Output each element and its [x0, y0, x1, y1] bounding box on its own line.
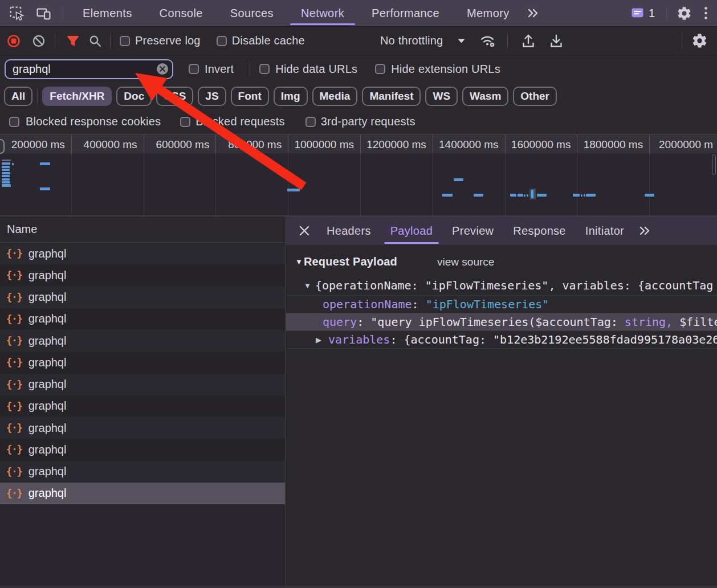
chip-css[interactable]: CSS: [156, 87, 193, 106]
chip-font[interactable]: Font: [231, 87, 269, 106]
payload-value-segment: "query ipFlowTimeseries($accountTag:: [370, 315, 625, 329]
tab-memory[interactable]: Memory: [453, 0, 523, 26]
issues-badge[interactable]: 1: [632, 7, 655, 20]
invert-checkbox[interactable]: [189, 64, 199, 74]
filter-input[interactable]: graphql: [5, 59, 173, 79]
request-row[interactable]: {·}graphql: [0, 287, 285, 308]
network-split-view: Name {·}graphql{·}graphql{·}graphql{·}gr…: [0, 217, 717, 588]
settings-gear-icon[interactable]: [677, 6, 692, 21]
network-overview-timeline[interactable]: 200000 ms400000 ms600000 ms800000 ms1000…: [0, 134, 717, 217]
payload-row[interactable]: ▶variables: {accountTag: "b12e3b2192ee55…: [286, 331, 717, 349]
filter-icon[interactable]: [67, 35, 79, 47]
timeline-request-bar: [645, 194, 654, 197]
network-toolbar: Preserve log Disable cache No throttling: [0, 27, 717, 55]
payload-preview-text: {operationName: "ipFlowTimeseries", vari…: [315, 279, 713, 292]
request-row[interactable]: {·}graphql: [0, 439, 285, 460]
import-har-icon[interactable]: [522, 34, 535, 48]
request-row[interactable]: {·}graphql: [0, 308, 285, 330]
tab-performance[interactable]: Performance: [358, 0, 453, 26]
request-row[interactable]: {·}graphql: [0, 417, 285, 439]
payload-row[interactable]: query: "query ipFlowTimeseries($accountT…: [286, 313, 717, 331]
timeline-request-bar: [2, 175, 10, 177]
name-column-header[interactable]: Name: [0, 217, 285, 243]
hide-data-urls-label: Hide data URLs: [275, 63, 357, 76]
request-name: graphql: [28, 422, 67, 435]
tab-console[interactable]: Console: [146, 0, 217, 26]
third-party-checkbox[interactable]: [305, 117, 316, 127]
chevron-down-icon[interactable]: [458, 39, 465, 43]
chip-fetch-xhr[interactable]: Fetch/XHR: [42, 87, 112, 106]
hide-extension-urls-checkbox[interactable]: [375, 64, 385, 74]
request-row[interactable]: {·}graphql: [0, 264, 285, 286]
chip-other[interactable]: Other: [513, 87, 557, 106]
inspect-element-icon[interactable]: [9, 6, 25, 21]
close-detail-icon[interactable]: [295, 222, 313, 240]
timeline-request-bar: [573, 194, 580, 197]
detail-tab-response[interactable]: Response: [503, 217, 575, 245]
request-name: graphql: [28, 443, 67, 456]
third-party-label: 3rd-party requests: [321, 115, 415, 128]
detail-tab-preview[interactable]: Preview: [442, 217, 503, 245]
network-settings-gear-icon[interactable]: [691, 32, 708, 49]
throttling-select[interactable]: No throttling: [380, 34, 443, 47]
request-row[interactable]: {·}graphql: [0, 461, 285, 483]
chip-media[interactable]: Media: [312, 87, 358, 106]
chip-manifest[interactable]: Manifest: [362, 87, 421, 106]
view-source-link[interactable]: view source: [437, 256, 494, 268]
network-conditions-icon[interactable]: [480, 34, 496, 48]
divider: [507, 34, 508, 48]
clear-network-log-icon[interactable]: [32, 34, 46, 48]
request-row[interactable]: {·}graphql: [0, 352, 285, 373]
record-network-log-icon[interactable]: [7, 34, 21, 48]
request-row[interactable]: {·}graphql: [0, 395, 285, 417]
timeline-gridline: [144, 153, 144, 215]
chip-ws[interactable]: WS: [425, 87, 458, 106]
more-tabs-icon[interactable]: [527, 7, 540, 19]
request-row[interactable]: {·}graphql: [0, 330, 285, 352]
request-row[interactable]: {·}graphql: [0, 243, 285, 264]
export-har-icon[interactable]: [549, 34, 563, 48]
detail-more-tabs-icon[interactable]: [638, 225, 652, 236]
timeline-request-bar: [454, 178, 463, 181]
timeline-gridline: [360, 134, 361, 153]
blocked-requests-checkbox[interactable]: [180, 117, 190, 127]
clear-filter-icon[interactable]: [156, 63, 169, 75]
tab-elements[interactable]: Elements: [69, 0, 146, 26]
request-type-chips: AllFetch/XHRDocCSSJSFontImgMediaManifest…: [0, 83, 717, 109]
payload-preview-row[interactable]: ▼{operationName: "ipFlowTimeseries", var…: [286, 276, 717, 296]
json-braces-icon: {·}: [6, 422, 22, 434]
divider: [63, 7, 63, 19]
chip-js[interactable]: JS: [198, 87, 226, 106]
json-braces-icon: {·}: [6, 313, 22, 325]
chip-doc[interactable]: Doc: [116, 87, 152, 106]
expander-icon[interactable]: ▼: [304, 281, 315, 290]
timeline-label: 200000 ms: [11, 138, 65, 151]
expander-icon[interactable]: ▶: [316, 336, 328, 344]
timeline-left-handle[interactable]: [0, 139, 5, 154]
preserve-log-checkbox[interactable]: [120, 36, 130, 46]
timeline-gridline: [433, 134, 433, 153]
request-row[interactable]: {·}graphql: [0, 483, 285, 504]
detail-tab-initiator[interactable]: Initiator: [576, 217, 634, 245]
timeline-request-bar: [2, 160, 11, 161]
disable-cache-checkbox[interactable]: [217, 36, 227, 46]
timeline-gridline: [288, 153, 288, 215]
chip-wasm[interactable]: Wasm: [462, 87, 508, 106]
tab-sources[interactable]: Sources: [217, 0, 287, 26]
kebab-menu-icon[interactable]: [704, 6, 707, 20]
json-braces-icon: {·}: [6, 466, 22, 477]
divider: [37, 88, 38, 104]
search-icon[interactable]: [88, 34, 102, 48]
request-payload-expander-icon[interactable]: ▼: [295, 258, 303, 266]
hide-data-urls-checkbox[interactable]: [259, 64, 270, 74]
chip-img[interactable]: Img: [274, 87, 308, 106]
request-row[interactable]: {·}graphql: [0, 374, 285, 395]
payload-row[interactable]: operationName: "ipFlowTimeseries": [286, 296, 717, 313]
tab-network[interactable]: Network: [287, 0, 358, 26]
chip-all[interactable]: All: [4, 87, 32, 106]
detail-tab-headers[interactable]: Headers: [317, 217, 381, 245]
timeline-scrollbar-thumb[interactable]: [712, 154, 716, 175]
blocked-cookies-checkbox[interactable]: [9, 117, 19, 127]
detail-tab-payload[interactable]: Payload: [381, 217, 442, 245]
device-toolbar-icon[interactable]: [36, 6, 51, 21]
